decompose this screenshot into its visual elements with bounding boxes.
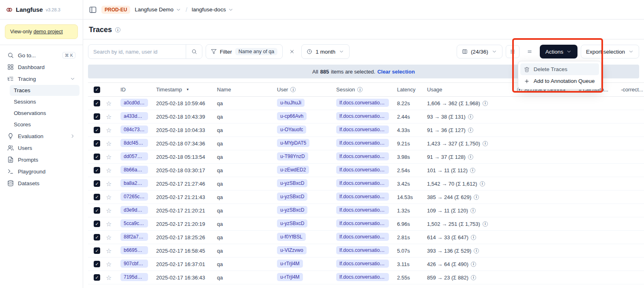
user-badge[interactable]: u-yzSBxcD xyxy=(277,219,307,227)
info-icon[interactable] xyxy=(357,87,363,92)
session-badge[interactable]: lf.docs.conversation... xyxy=(336,139,389,147)
info-icon[interactable] xyxy=(480,181,485,186)
table-row[interactable]: d3e9d1f2... 2025-02-17 21:20:21 qa u-yzS… xyxy=(88,204,644,217)
info-icon[interactable] xyxy=(290,87,296,92)
row-checkbox[interactable] xyxy=(94,234,100,240)
row-checkbox[interactable] xyxy=(94,154,100,160)
sidebar-item-users[interactable]: Users xyxy=(3,142,79,154)
session-badge[interactable]: lf.docs.conversation... xyxy=(336,112,389,120)
favorite-star-icon[interactable] xyxy=(106,140,112,147)
trace-id-badge[interactable]: a0cd0d9... xyxy=(120,99,148,107)
trace-id-badge[interactable]: 8b66a34... xyxy=(120,166,148,174)
header-score-correct[interactable]: -correct... xyxy=(617,83,644,97)
sidebar-item-observations[interactable]: Observations xyxy=(10,108,79,119)
trace-id-badge[interactable]: 084c739... xyxy=(120,126,148,134)
header-timestamp[interactable]: Timestamp xyxy=(152,83,213,97)
table-row[interactable]: a433de51... 2025-02-18 10:43:39 qa u-cp6… xyxy=(88,110,644,123)
header-id[interactable]: ID xyxy=(116,83,152,97)
user-badge[interactable]: u-VIZzvwo xyxy=(277,246,307,254)
sidebar-item-evaluation[interactable]: Evaluation xyxy=(3,130,79,142)
user-badge[interactable]: u-yzSBxcD xyxy=(277,179,307,187)
favorite-star-icon[interactable] xyxy=(106,167,112,174)
favorite-star-icon[interactable] xyxy=(106,194,112,201)
session-badge[interactable]: lf.docs.conversation... xyxy=(336,219,389,227)
header-session[interactable]: Session xyxy=(332,83,393,97)
row-checkbox[interactable] xyxy=(94,247,100,254)
user-badge[interactable]: u-f0YfBSL xyxy=(277,233,306,241)
favorite-star-icon[interactable] xyxy=(106,221,112,227)
goto-search[interactable]: Go to... ⌘ K xyxy=(3,50,79,61)
user-badge[interactable]: u-rTrjl4M xyxy=(277,273,303,281)
info-icon[interactable] xyxy=(474,195,479,200)
row-checkbox[interactable] xyxy=(94,167,100,173)
info-icon[interactable] xyxy=(468,114,473,119)
trace-id-badge[interactable]: 907cbf6e... xyxy=(120,260,148,268)
header-user[interactable]: User xyxy=(273,83,332,97)
session-badge[interactable]: lf.docs.conversation... xyxy=(336,126,389,134)
session-badge[interactable]: lf.docs.conversation... xyxy=(336,233,389,241)
row-checkbox[interactable] xyxy=(94,180,100,187)
info-icon[interactable] xyxy=(470,168,475,173)
search-button[interactable] xyxy=(186,45,202,58)
session-badge[interactable]: lf.docs.conversation... xyxy=(336,166,389,174)
sidebar-item-playground[interactable]: Playground xyxy=(3,166,79,177)
user-badge[interactable]: u-yzSBxcD xyxy=(277,193,307,201)
session-badge[interactable]: lf.docs.conversation... xyxy=(336,260,389,268)
session-badge[interactable]: lf.docs.conversation... xyxy=(336,179,389,187)
favorite-star-icon[interactable] xyxy=(106,154,112,160)
sidebar-toggle-icon[interactable] xyxy=(89,6,97,14)
info-icon[interactable] xyxy=(470,208,476,213)
table-row[interactable]: dd05753... 2025-02-18 05:13:54 qa u-T98Y… xyxy=(88,150,644,164)
table-row[interactable]: 8b66a34... 2025-02-18 03:30:17 qa u-zEwd… xyxy=(88,164,644,177)
sidebar-item-scores[interactable]: Scores xyxy=(10,119,79,130)
info-icon[interactable] xyxy=(483,141,488,146)
user-badge[interactable]: u-cp66Avh xyxy=(277,112,307,120)
row-height-tall-button[interactable] xyxy=(523,45,537,58)
favorite-star-icon[interactable] xyxy=(106,261,112,268)
sidebar-item-datasets[interactable]: Datasets xyxy=(3,178,79,189)
favorite-star-icon[interactable] xyxy=(106,234,112,241)
user-badge[interactable]: u-zEwdED2 xyxy=(277,166,309,174)
sidebar-item-traces[interactable]: Traces xyxy=(10,85,79,96)
favorite-star-icon[interactable] xyxy=(106,207,112,214)
sidebar-item-tracing[interactable]: Tracing xyxy=(3,73,79,84)
table-row[interactable]: 084c739... 2025-02-18 10:04:33 qa u-OYau… xyxy=(88,123,644,137)
table-row[interactable]: 907cbf6e... 2025-02-17 16:37:01 qa u-rTr… xyxy=(88,258,644,271)
info-icon[interactable] xyxy=(468,128,473,133)
info-icon[interactable] xyxy=(115,27,120,32)
user-badge[interactable]: u-MYpDAT5 xyxy=(277,139,309,147)
filter-button[interactable]: Filter Name any of qa xyxy=(206,44,283,59)
trace-id-badge[interactable]: 7195d78e... xyxy=(120,273,148,281)
row-checkbox[interactable] xyxy=(94,100,100,106)
trace-id-badge[interactable]: 5cca9cf2... xyxy=(120,219,148,227)
row-checkbox[interactable] xyxy=(94,113,100,120)
time-range-button[interactable]: 1 month xyxy=(301,44,350,59)
menu-item-add-to-annotation-queue[interactable]: Add to Annotation Queue xyxy=(520,75,599,87)
row-checkbox[interactable] xyxy=(94,221,100,227)
clear-selection-link[interactable]: Clear selection xyxy=(377,69,415,75)
table-row[interactable]: 88f2a7b0... 2025-02-17 18:25:26 qa u-f0Y… xyxy=(88,231,644,244)
user-badge[interactable]: u-yzSBxcD xyxy=(277,206,307,214)
trace-id-badge[interactable]: b669529... xyxy=(120,246,148,254)
table-row[interactable]: ba8a208f... 2025-02-17 21:27:46 qa u-yzS… xyxy=(88,177,644,191)
header-name[interactable]: Name xyxy=(213,83,273,97)
select-all-checkbox[interactable] xyxy=(94,87,100,93)
favorite-star-icon[interactable] xyxy=(106,127,112,134)
trace-id-badge[interactable]: dd05753... xyxy=(120,152,148,160)
sidebar-item-prompts[interactable]: Prompts xyxy=(3,154,79,165)
row-height-compact-button[interactable] xyxy=(506,45,519,58)
clear-filter-button[interactable] xyxy=(286,45,298,58)
org-switcher[interactable]: Langfuse Demo xyxy=(135,6,181,13)
row-checkbox[interactable] xyxy=(94,261,100,267)
sidebar-item-sessions[interactable]: Sessions xyxy=(10,96,79,107)
search-input[interactable] xyxy=(88,49,186,55)
table-row[interactable]: 07265c7a... 2025-02-17 21:21:43 qa u-yzS… xyxy=(88,191,644,204)
actions-button[interactable]: Actions xyxy=(540,45,577,58)
column-visibility-button[interactable]: (24/36) xyxy=(457,45,502,58)
row-checkbox[interactable] xyxy=(94,140,100,147)
user-badge[interactable]: u-rTrjl4M xyxy=(277,260,303,268)
info-icon[interactable] xyxy=(471,262,476,267)
project-switcher[interactable]: langfuse-docs xyxy=(192,6,234,13)
info-icon[interactable] xyxy=(474,248,479,253)
user-badge[interactable]: u-OYauofc xyxy=(277,126,306,134)
